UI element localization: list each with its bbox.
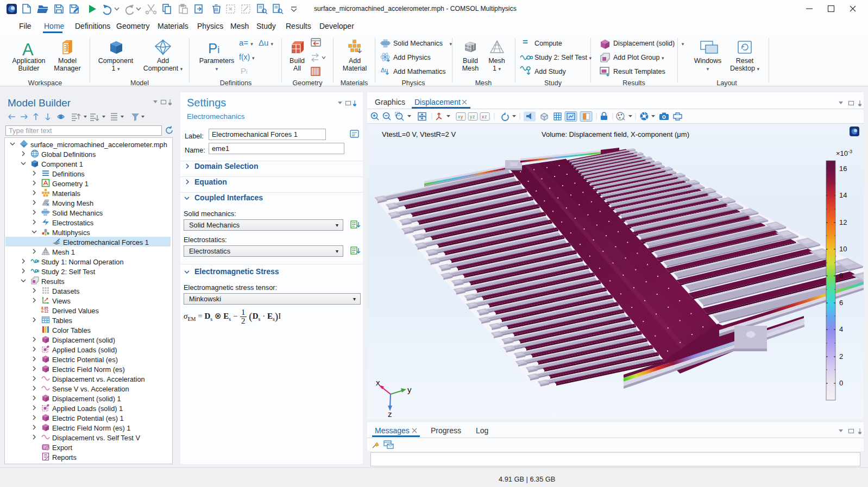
svg-text:z: z: [485, 114, 487, 119]
svg-text:z: z: [388, 409, 392, 418]
svg-text:y: y: [461, 114, 463, 119]
svg-text:y: y: [407, 385, 412, 394]
svg-text:z: z: [473, 114, 475, 119]
svg-text:x: x: [376, 379, 380, 387]
